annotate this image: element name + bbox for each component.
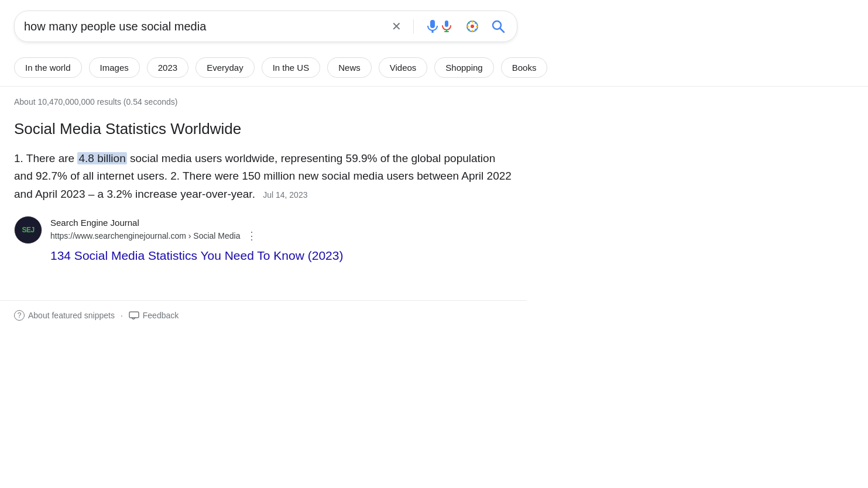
footer-separator: · bbox=[121, 311, 123, 320]
clear-button[interactable]: ✕ bbox=[389, 18, 404, 35]
about-snippets-label: About featured snippets bbox=[28, 311, 115, 320]
snippet-highlight: 4.8 billion bbox=[77, 152, 126, 164]
divider bbox=[413, 19, 414, 33]
snippet-text-before: 1. There are bbox=[14, 152, 77, 164]
chip-images[interactable]: Images bbox=[89, 57, 140, 78]
microphone-icon bbox=[426, 19, 440, 33]
snippet-title: Social Media Statistics Worldwide bbox=[14, 119, 513, 139]
chip-shopping[interactable]: Shopping bbox=[434, 57, 493, 78]
search-button[interactable] bbox=[489, 17, 507, 36]
chip-everyday[interactable]: Everyday bbox=[195, 57, 255, 78]
svg-line-5 bbox=[500, 29, 505, 33]
feedback-label: Feedback bbox=[143, 311, 179, 320]
svg-point-3 bbox=[471, 25, 474, 28]
close-icon: ✕ bbox=[392, 20, 402, 32]
chip-us[interactable]: In the US bbox=[262, 57, 321, 78]
snippet-body: 1. There are 4.8 billion social media us… bbox=[14, 150, 513, 203]
chip-world[interactable]: In the world bbox=[14, 57, 82, 78]
feedback-icon bbox=[129, 311, 139, 319]
search-bar[interactable]: how many people use social media ✕ bbox=[14, 11, 517, 42]
lens-button[interactable] bbox=[463, 17, 482, 36]
results-info: About 10,470,000,000 results (0.54 secon… bbox=[0, 87, 868, 112]
svg-rect-1 bbox=[445, 20, 448, 27]
chip-videos[interactable]: Videos bbox=[379, 57, 428, 78]
question-icon: ? bbox=[14, 310, 25, 321]
featured-snippet: Social Media Statistics Worldwide 1. The… bbox=[0, 112, 527, 277]
search-input[interactable]: how many people use social media bbox=[24, 20, 382, 33]
source-url: https://www.searchenginejournal.com › So… bbox=[50, 231, 241, 240]
svg-rect-6 bbox=[129, 312, 139, 318]
feedback-button[interactable]: Feedback bbox=[129, 311, 179, 320]
filter-chips-bar: In the worldImages2023EverydayIn the USN… bbox=[0, 51, 868, 87]
chip-2023[interactable]: 2023 bbox=[147, 57, 188, 78]
about-snippets-button[interactable]: ? About featured snippets bbox=[14, 310, 115, 321]
search-icon bbox=[491, 19, 505, 33]
source-info: Search Engine Journal https://www.search… bbox=[50, 218, 257, 242]
chip-books[interactable]: Books bbox=[501, 57, 548, 78]
more-options-icon[interactable]: ⋮ bbox=[246, 229, 257, 242]
source-logo: SEJ bbox=[14, 216, 42, 244]
result-link[interactable]: 134 Social Media Statistics You Need To … bbox=[50, 249, 513, 263]
lens-icon bbox=[465, 19, 479, 33]
snippet-date: Jul 14, 2023 bbox=[263, 190, 307, 200]
snippet-footer: ? About featured snippets · Feedback bbox=[0, 300, 527, 330]
search-bar-area: how many people use social media ✕ bbox=[0, 0, 868, 51]
source-name: Search Engine Journal bbox=[50, 218, 257, 228]
chip-news[interactable]: News bbox=[327, 57, 372, 78]
mic-icon-display bbox=[440, 19, 454, 33]
source-block: SEJ Search Engine Journal https://www.se… bbox=[14, 216, 513, 244]
voice-search-button[interactable] bbox=[423, 17, 456, 36]
source-url-row: https://www.searchenginejournal.com › So… bbox=[50, 229, 257, 242]
results-count: About 10,470,000,000 results (0.54 secon… bbox=[14, 97, 177, 106]
